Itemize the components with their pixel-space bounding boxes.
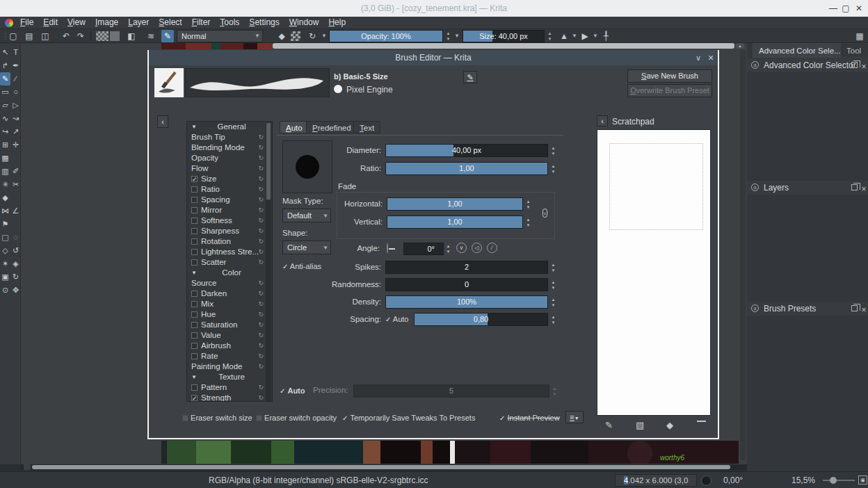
brush-option-rotation[interactable]: Rotation↻	[187, 236, 272, 247]
save-new-preset-button[interactable]: Save New Brush Preset...	[627, 70, 712, 83]
menu-file[interactable]: File	[15, 17, 38, 29]
similar-select-tool-icon[interactable]: ✶	[0, 257, 10, 270]
mirror-vertical-icon[interactable]: ▶	[579, 30, 591, 42]
chevron-down-icon[interactable]: ▼	[572, 33, 577, 39]
diameter-slider[interactable]: 40,00 px	[385, 144, 548, 157]
option-checkbox[interactable]	[191, 186, 198, 193]
eraser-switch-opacity-checkbox[interactable]: Eraser switch opacity	[256, 413, 337, 423]
brush-option-painting-mode[interactable]: Painting Mode↻	[187, 361, 272, 372]
zoom-slider-knob[interactable]	[830, 477, 837, 484]
menu-edit[interactable]: Edit	[38, 17, 63, 29]
angle-dial[interactable]	[387, 243, 388, 254]
collapse-list-icon[interactable]: ‹	[157, 115, 168, 128]
brush-option-scatter[interactable]: Scatter↻	[187, 257, 272, 268]
brush-option-value[interactable]: Value↻	[187, 330, 272, 341]
size-stepper[interactable]: ▲▼	[546, 31, 554, 42]
option-checkbox[interactable]	[191, 218, 198, 224]
maximize-icon[interactable]: ▢	[840, 3, 851, 14]
instant-preview-checkbox[interactable]: ✓ Instant Preview	[499, 413, 560, 423]
brush-editor-toggle-icon[interactable]: ✎	[161, 30, 174, 42]
scratchpad-paint-icon[interactable]: ✎	[605, 420, 613, 430]
reload-preset-icon[interactable]: ↻	[306, 30, 319, 42]
angle-diagonal-icon[interactable]: ∕	[487, 243, 497, 253]
tab-advanced-color-selector[interactable]: Advanced Color Sele...	[753, 43, 847, 58]
option-checkbox[interactable]	[191, 301, 198, 307]
save-tweaks-checkbox[interactable]: ✓ Temporarily Save Tweaks To Presets	[342, 413, 475, 423]
spikes-slider[interactable]: 2	[385, 261, 548, 274]
brush-option-pattern[interactable]: Pattern↻	[187, 382, 272, 393]
brush-option-brush-tip[interactable]: Brush Tip↻	[187, 132, 272, 143]
enclose-fill-tool-icon[interactable]: ⋈	[0, 204, 10, 218]
menu-layer[interactable]: Layer	[123, 17, 154, 29]
pattern-edit-tool-icon[interactable]: ✳	[0, 178, 10, 191]
spikes-stepper[interactable]: ▲▼	[549, 262, 557, 273]
dynamic-brush-tool-icon[interactable]: ↪	[0, 125, 10, 138]
open-document-icon[interactable]: ▤	[23, 30, 35, 42]
scratchpad-gradient-icon[interactable]: ▧	[636, 420, 644, 430]
mask-type-select[interactable]: Default▼	[282, 209, 331, 222]
diameter-stepper[interactable]: ▲▼	[549, 145, 557, 156]
freehand-select-tool-icon[interactable]: ↺	[10, 244, 21, 257]
brush-option-ratio[interactable]: Ratio↻	[187, 184, 272, 195]
menu-filter[interactable]: Filter	[187, 17, 216, 29]
presets-header[interactable]: a Brush Presets ×	[747, 302, 868, 316]
brush-option-mix[interactable]: Mix↻	[187, 299, 272, 309]
line-tool-icon[interactable]: ∕	[10, 72, 21, 86]
redo-icon[interactable]: ↷	[74, 30, 87, 42]
spacing-stepper[interactable]: ▲▼	[549, 314, 557, 325]
spacing-auto-checkbox[interactable]: ✓ Auto	[385, 314, 408, 325]
transform-tool-icon[interactable]: ⊞	[0, 138, 10, 152]
gradient-chooser-icon[interactable]	[96, 31, 108, 41]
pan-tool-icon[interactable]: ✥	[10, 284, 21, 297]
brush-option-flow[interactable]: Flow↻	[187, 163, 272, 174]
brush-presets-chooser-icon[interactable]: ≋	[145, 30, 157, 42]
blend-mode-select[interactable]: Normal▼	[177, 30, 263, 42]
density-slider[interactable]: 100%	[385, 295, 548, 309]
scroll-up-icon[interactable]: ▲	[736, 43, 744, 49]
opacity-slider[interactable]: Opacity: 100%	[329, 30, 443, 42]
density-stepper[interactable]: ▲▼	[549, 297, 557, 308]
scratchpad-fill-icon[interactable]: ◆	[666, 420, 673, 430]
ellipse-tool-icon[interactable]: ○	[10, 86, 21, 99]
brush-option-spacing[interactable]: Spacing↻	[187, 195, 272, 205]
freehand-path-tool-icon[interactable]: ↝	[10, 112, 21, 125]
size-slider[interactable]: Size: 40,00 px	[463, 30, 545, 42]
option-checkbox[interactable]	[191, 311, 198, 318]
float-dock-icon[interactable]	[851, 184, 858, 190]
brush-option-texture[interactable]: ▼Texture	[187, 372, 272, 382]
option-checkbox[interactable]	[191, 291, 198, 297]
assistants-tool-icon[interactable]: ⚑	[0, 218, 10, 231]
option-checkbox[interactable]	[191, 228, 198, 234]
brush-option-darken[interactable]: Darken↻	[187, 288, 272, 299]
brush-option-blending-mode[interactable]: Blending Mode↻	[187, 143, 272, 153]
option-checkbox[interactable]	[191, 384, 198, 391]
section-collapse-icon[interactable]: ▼	[191, 122, 197, 132]
brush-options-list[interactable]: ▼GeneralBrush Tip↻Blending Mode↻Opacity↻…	[186, 121, 273, 402]
brush-option-mirror[interactable]: Mirror↻	[187, 205, 272, 215]
menu-tools[interactable]: Tools	[215, 17, 244, 29]
freehand-brush-tool-icon[interactable]: ✎	[0, 72, 10, 86]
brush-option-sharpness[interactable]: Sharpness↻	[187, 226, 272, 236]
chevron-down-icon[interactable]: ▼	[454, 33, 460, 39]
section-collapse-icon[interactable]: ▼	[191, 372, 197, 382]
angle-counterclockwise-icon[interactable]: ◁	[472, 243, 482, 253]
polygon-tool-icon[interactable]: ▱	[0, 99, 10, 112]
scrollbar-left-box[interactable]	[24, 464, 31, 470]
brush-option-rate[interactable]: Rate↻	[187, 351, 272, 361]
multibrush-tool-icon[interactable]: ↗	[10, 125, 21, 138]
layers-header[interactable]: a Layers ×	[747, 181, 868, 195]
fg-bg-color-icon[interactable]: ◧	[125, 30, 138, 42]
select-shapes-tool-icon[interactable]: ↖	[0, 46, 10, 59]
brush-option-opacity[interactable]: Opacity↻	[187, 153, 272, 163]
angle-snap-icon[interactable]: ∨	[456, 243, 467, 253]
brush-option-airbrush[interactable]: Airbrush↻	[187, 341, 272, 351]
menu-select[interactable]: Select	[154, 17, 186, 29]
menu-view[interactable]: View	[63, 17, 90, 29]
tab-auto[interactable]: Auto	[280, 121, 309, 133]
menu-window[interactable]: Window	[284, 17, 324, 29]
fade-vertical-stepper[interactable]: ▲▼	[524, 217, 532, 228]
option-checkbox[interactable]	[191, 395, 198, 401]
float-dock-icon[interactable]	[851, 62, 858, 68]
edit-shapes-tool-icon[interactable]: ↱	[0, 59, 10, 72]
brush-option-source[interactable]: Source↻	[187, 278, 272, 288]
